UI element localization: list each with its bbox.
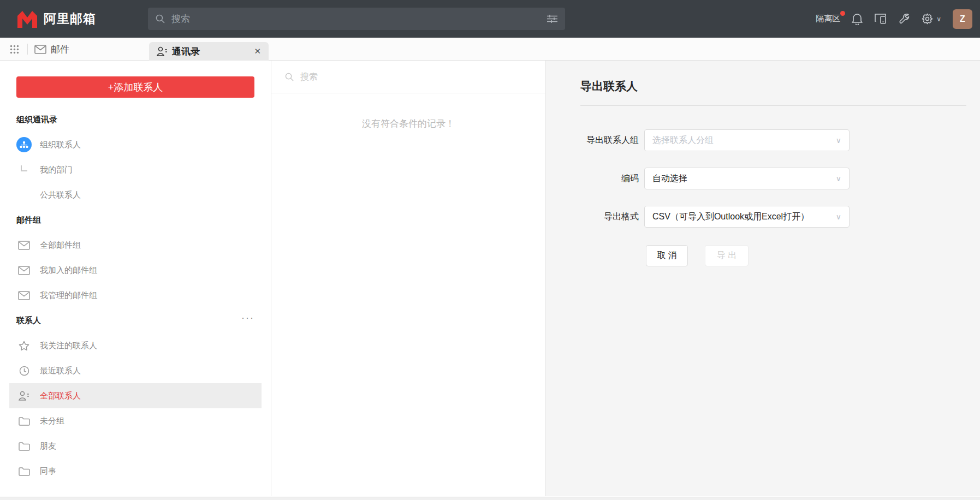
mail-group-icon <box>16 291 32 300</box>
search-icon <box>156 14 165 23</box>
folder-icon <box>16 467 32 476</box>
select-value: 自动选择 <box>652 173 831 184</box>
sidebar-item-friends[interactable]: 朋友 <box>0 433 271 459</box>
form-actions: 取 消 导 出 <box>646 245 980 266</box>
brand-name: 阿里邮箱 <box>44 10 96 27</box>
close-icon[interactable]: ✕ <box>254 46 261 56</box>
format-select[interactable]: CSV（可导入到Outlook或用Excel打开） ∨ <box>644 206 850 228</box>
user-avatar[interactable]: Z <box>953 9 972 29</box>
cancel-button[interactable]: 取 消 <box>646 245 688 266</box>
sidebar-item-label: 最近联系人 <box>40 366 81 376</box>
content: +添加联系人 组织通讯录 组织联系人 我的部门 <box>0 61 980 496</box>
sidebar-item-label: 朋友 <box>40 441 56 451</box>
quarantine-label: 隔离区 <box>816 14 840 23</box>
sidebar-item-label: 公共联系人 <box>40 190 81 200</box>
form-row-format: 导出格式 CSV（可导入到Outlook或用Excel打开） ∨ <box>546 206 980 228</box>
notification-dot <box>840 11 845 16</box>
section-mail-groups: 邮件组 <box>0 207 271 233</box>
chevron-down-icon: ∨ <box>836 174 841 183</box>
sidebar-item-my-department[interactable]: 我的部门 <box>0 157 271 182</box>
sidebar-nav: 组织通讯录 组织联系人 我的部门 <box>0 107 271 484</box>
tree-branch-icon <box>16 165 32 175</box>
sidebar-item-label: 组织联系人 <box>40 140 81 150</box>
section-contacts: 联系人 ··· <box>0 308 271 333</box>
sidebar-item-colleagues[interactable]: 同事 <box>0 459 271 484</box>
sidebar-item-public-contacts[interactable]: 公共联系人 <box>0 182 271 207</box>
settings-control[interactable]: ∨ <box>922 13 941 25</box>
contacts-icon <box>157 46 168 56</box>
export-form: 导出联系人组 选择联系人分组 ∨ 编码 自动选择 ∨ 导出格式 CSV（可导入到… <box>546 129 980 266</box>
add-contact-button[interactable]: +添加联系人 <box>16 76 254 98</box>
sidebar-item-all-contacts[interactable]: 全部联系人 <box>9 383 262 408</box>
sidebar-item-ungrouped[interactable]: 未分组 <box>0 408 271 433</box>
search-icon <box>285 73 294 81</box>
horizontal-scrollbar[interactable] <box>0 497 980 500</box>
divider <box>580 105 966 106</box>
chevron-down-icon: ∨ <box>836 136 841 145</box>
global-search-bar[interactable] <box>148 8 565 30</box>
global-search-input[interactable] <box>171 14 547 25</box>
field-label: 导出联系人组 <box>546 135 639 146</box>
gear-icon <box>922 13 933 25</box>
envelope-icon <box>34 45 46 54</box>
section-label: 组织通讯录 <box>16 115 57 125</box>
contacts-search-input[interactable] <box>300 72 532 82</box>
sidebar-item-label: 未分组 <box>40 416 64 426</box>
sidebar-item-label: 我关注的联系人 <box>40 341 97 351</box>
brand: 阿里邮箱 <box>16 10 96 28</box>
topbar: 阿里邮箱 隔离区 <box>0 0 980 38</box>
wrench-icon[interactable] <box>899 13 910 25</box>
sidebar-item-followed-contacts[interactable]: 我关注的联系人 <box>0 333 271 358</box>
page-title: 导出联系人 <box>580 79 966 94</box>
devices-icon[interactable] <box>874 13 887 25</box>
contacts-icon <box>16 391 32 401</box>
sidebar-item-label: 同事 <box>40 466 56 477</box>
clock-icon <box>16 366 32 376</box>
tab-contacts[interactable]: 通讯录 ✕ <box>149 42 269 61</box>
sidebar-item-recent-contacts[interactable]: 最近联系人 <box>0 358 271 383</box>
sidebar-item-all-mail-groups[interactable]: 全部邮件组 <box>0 233 271 258</box>
contacts-list-panel: 没有符合条件的记录！ <box>271 61 546 496</box>
form-row-encoding: 编码 自动选择 ∨ <box>546 168 980 189</box>
sidebar-item-org-contacts[interactable]: 组织联系人 <box>0 132 271 157</box>
sidebar-item-label: 我的部门 <box>40 165 73 175</box>
sidebar-item-label: 我加入的邮件组 <box>40 265 97 276</box>
folder-icon <box>16 416 32 426</box>
tab-mail-label: 邮件 <box>51 43 69 56</box>
section-label: 联系人 <box>16 316 41 326</box>
quarantine-link[interactable]: 隔离区 <box>816 14 840 24</box>
sidebar-item-joined-mail-groups[interactable]: 我加入的邮件组 <box>0 258 271 283</box>
folder-icon <box>16 442 32 451</box>
sidebar-item-label: 全部邮件组 <box>40 240 81 251</box>
app-grid-icon[interactable] <box>10 45 19 56</box>
mail-group-icon <box>16 266 32 275</box>
divider <box>27 44 28 55</box>
sidebar-item-managed-mail-groups[interactable]: 我管理的邮件组 <box>0 283 271 308</box>
star-icon <box>16 341 32 351</box>
contact-group-select[interactable]: 选择联系人分组 ∨ <box>644 129 850 151</box>
topbar-actions: 隔离区 <box>816 0 972 38</box>
section-label: 邮件组 <box>16 215 41 225</box>
chevron-down-icon: ∨ <box>936 15 941 23</box>
export-button[interactable]: 导 出 <box>705 245 749 266</box>
contacts-sidebar: +添加联系人 组织通讯录 组织联系人 我的部门 <box>0 61 271 496</box>
search-filter-icon[interactable] <box>547 15 557 23</box>
select-placeholder: 选择联系人分组 <box>652 135 831 146</box>
tab-contacts-label: 通讯录 <box>172 45 200 58</box>
mail-group-icon <box>16 241 32 250</box>
more-options-icon[interactable]: ··· <box>241 312 254 324</box>
org-tree-icon <box>16 137 32 152</box>
select-value: CSV（可导入到Outlook或用Excel打开） <box>652 211 831 223</box>
encoding-select[interactable]: 自动选择 ∨ <box>644 168 850 189</box>
sidebar-item-label: 全部联系人 <box>40 391 81 401</box>
contacts-search-bar[interactable] <box>271 61 545 93</box>
bell-icon[interactable] <box>852 13 863 25</box>
sidebar-item-label: 我管理的邮件组 <box>40 290 97 301</box>
alimail-logo-icon <box>16 10 38 28</box>
export-contacts-panel: 导出联系人 导出联系人组 选择联系人分组 ∨ 编码 自动选择 ∨ 导出格式 <box>546 61 980 496</box>
tab-mail[interactable]: 邮件 <box>34 38 69 61</box>
section-org-directory: 组织通讯录 <box>0 107 271 132</box>
tabbar: 邮件 通讯录 ✕ <box>0 38 980 61</box>
field-label: 编码 <box>546 173 639 184</box>
empty-list-message: 没有符合条件的记录！ <box>271 117 545 130</box>
